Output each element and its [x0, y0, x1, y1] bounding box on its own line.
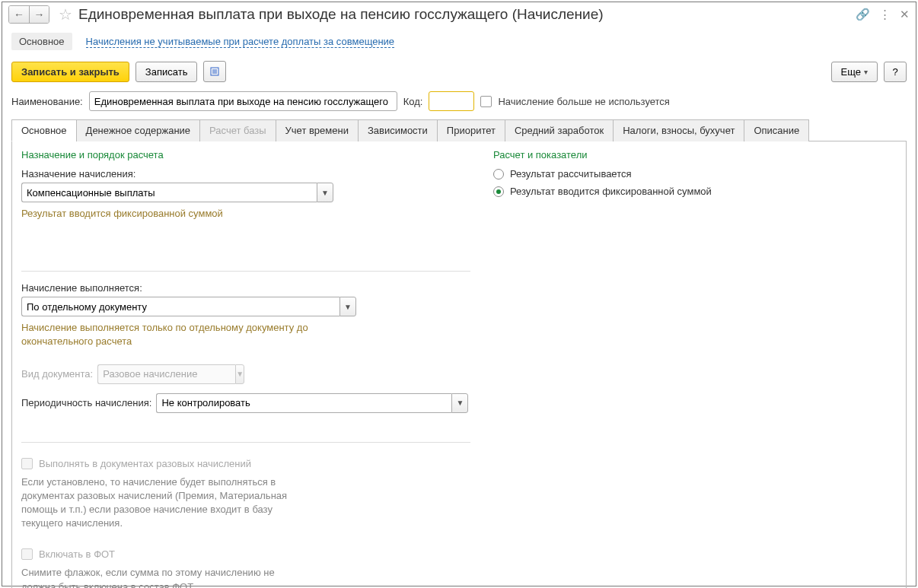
back-button[interactable]: ←: [9, 6, 29, 23]
chk2-checkbox: [21, 548, 33, 560]
exec-input[interactable]: [21, 297, 339, 316]
doc-input: [97, 364, 235, 384]
chk1-row: Выполнять в документах разовых начислени…: [21, 458, 470, 469]
exec-label: Начисление выполняется:: [21, 282, 470, 294]
radio2-label: Результат вводится фиксированной суммой: [510, 186, 712, 197]
doc-row: Вид документа: ▼: [21, 364, 470, 384]
code-input[interactable]: [429, 91, 474, 111]
assign-combo: ▼: [21, 183, 333, 202]
period-row: Периодичность начисления: ▼: [21, 393, 470, 413]
exec-combo: ▼: [21, 297, 356, 316]
title-actions: 🔗 ⋮ ✕: [856, 8, 910, 21]
exec-drop[interactable]: ▼: [339, 297, 356, 316]
toolbar: Записать и закрыть Записать Еще ?: [2, 58, 916, 90]
list-icon: [209, 66, 220, 77]
assign-input[interactable]: [21, 183, 317, 202]
period-input[interactable]: [156, 393, 451, 413]
assign-label: Назначение начисления:: [21, 168, 470, 180]
kebab-icon[interactable]: ⋮: [879, 8, 891, 21]
close-icon[interactable]: ✕: [900, 8, 910, 21]
assign-hint: Результат вводится фиксированной суммой: [21, 207, 333, 221]
radio2[interactable]: [493, 186, 504, 197]
radio1[interactable]: [493, 169, 504, 180]
more-button[interactable]: Еще: [831, 62, 878, 82]
header-row: Наименование: Код: Начисление больше не …: [2, 90, 916, 119]
exec-hint: Начисление выполняется только по отдельн…: [21, 321, 333, 348]
tabs: Основное Денежное содержание Расчет базы…: [11, 119, 907, 141]
divider-1: [21, 271, 470, 272]
radio2-row[interactable]: Результат вводится фиксированной суммой: [493, 186, 897, 197]
list-view-button[interactable]: [203, 61, 226, 82]
doc-drop: ▼: [235, 364, 244, 384]
tab-time[interactable]: Учет времени: [276, 119, 359, 141]
unused-checkbox[interactable]: [480, 96, 492, 107]
subnav: Основное Начисления не учитываемые при р…: [2, 28, 916, 58]
tab-tax[interactable]: Налоги, взносы, бухучет: [613, 119, 744, 141]
favorite-icon[interactable]: ☆: [59, 5, 72, 24]
window: ← → ☆ Единовременная выплата при выходе …: [2, 2, 916, 586]
save-button[interactable]: Записать: [135, 62, 198, 82]
forward-button[interactable]: →: [29, 6, 49, 23]
unused-label: Начисление больше не используется: [498, 96, 669, 107]
period-combo: ▼: [156, 393, 468, 413]
doc-combo: ▼: [97, 364, 234, 384]
tab-avg[interactable]: Средний заработок: [505, 119, 614, 141]
right-column: Расчет и показатели Результат рассчитыва…: [493, 149, 897, 588]
tab-base[interactable]: Расчет базы: [199, 119, 276, 141]
name-label: Наименование:: [11, 96, 83, 107]
left-section-title: Назначение и порядок расчета: [21, 149, 470, 161]
help-button[interactable]: ?: [884, 62, 907, 82]
period-label: Периодичность начисления:: [21, 397, 151, 408]
code-label: Код:: [403, 96, 423, 107]
right-section-title: Расчет и показатели: [493, 149, 897, 161]
divider-2: [21, 442, 470, 443]
link-icon[interactable]: 🔗: [856, 8, 870, 21]
chk2-hint: Снимите флажок, если сумма по этому начи…: [21, 566, 295, 588]
left-column: Назначение и порядок расчета Назначение …: [21, 149, 470, 588]
assign-drop[interactable]: ▼: [317, 183, 333, 202]
page-title: Единовременная выплата при выходе на пен…: [78, 6, 851, 23]
chk1-hint: Если установлено, то начисление будет вы…: [21, 475, 311, 531]
name-input[interactable]: [89, 91, 397, 111]
chk1-checkbox: [21, 458, 33, 469]
chk2-label: Включать в ФОТ: [39, 548, 115, 560]
tab-deps[interactable]: Зависимости: [358, 119, 438, 141]
titlebar: ← → ☆ Единовременная выплата при выходе …: [2, 2, 916, 28]
radio1-label: Результат рассчитывается: [510, 168, 632, 180]
tab-desc[interactable]: Описание: [744, 119, 809, 141]
doc-label: Вид документа:: [21, 368, 93, 380]
save-close-button[interactable]: Записать и закрыть: [11, 62, 129, 82]
period-drop[interactable]: ▼: [451, 393, 468, 413]
nav-buttons: ← →: [8, 5, 49, 24]
tab-money[interactable]: Денежное содержание: [76, 119, 200, 141]
tab-main[interactable]: Основное: [11, 119, 77, 141]
subnav-link[interactable]: Начисления не учитываемые при расчете до…: [86, 36, 395, 48]
tab-priority[interactable]: Приоритет: [437, 119, 505, 141]
tab-body: Назначение и порядок расчета Назначение …: [11, 141, 907, 588]
radio1-row[interactable]: Результат рассчитывается: [493, 168, 897, 180]
chk2-row: Включать в ФОТ: [21, 548, 470, 560]
chk1-label: Выполнять в документах разовых начислени…: [39, 458, 251, 469]
subnav-main[interactable]: Основное: [11, 33, 72, 50]
